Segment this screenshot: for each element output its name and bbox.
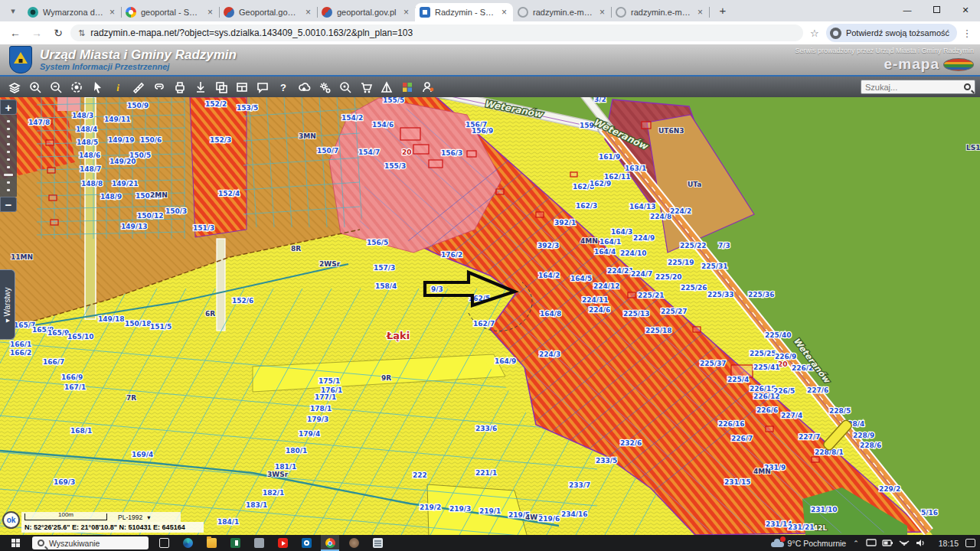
taskbar-app-app-grey[interactable] (250, 535, 268, 551)
minimize-button[interactable]: — (893, 0, 922, 20)
taskbar-app-outlook[interactable] (297, 535, 315, 551)
map-label: 164/8 (540, 310, 561, 318)
ok-button[interactable]: ok (2, 511, 20, 529)
wifi-icon (900, 541, 909, 545)
notification-center-icon[interactable] (965, 539, 975, 547)
tab-favicon (322, 7, 332, 18)
forward-button[interactable]: → (28, 24, 46, 42)
tab-close-icon[interactable]: × (108, 7, 116, 18)
map-label: 177/1 (315, 393, 336, 401)
crs-selector[interactable]: PL-1992▾ (118, 514, 150, 521)
tab-close-icon[interactable]: × (500, 7, 508, 18)
map-label: 169/4 (132, 451, 153, 458)
tray-overflow-chevron[interactable]: ⌃ (853, 540, 859, 547)
tab-favicon (126, 7, 136, 18)
full-extent-icon[interactable] (67, 78, 86, 96)
speaker-icon (916, 540, 921, 546)
tab-list-chevron-icon[interactable]: ▾ (5, 2, 21, 19)
layers-icon[interactable] (5, 78, 24, 96)
map-label: 162/3 (576, 202, 597, 210)
taskbar-app-youtube[interactable] (273, 535, 292, 551)
taskbar-search-box[interactable]: Wyszukiwanie (32, 536, 149, 549)
zoom-out-button[interactable]: − (0, 197, 17, 212)
browser-tab-1[interactable]: Wymarzona działka - Radzymin × (23, 3, 121, 21)
taskbar-app-chrome[interactable] (321, 535, 339, 551)
settings-icon[interactable] (315, 78, 334, 96)
confirm-identity-button[interactable]: Potwierdź swoją tożsamość (826, 24, 957, 42)
layers-panel-tab[interactable]: ▾ Warstwy (0, 269, 15, 340)
tab-close-icon[interactable]: × (206, 7, 214, 18)
panels-icon[interactable] (232, 78, 251, 96)
cart-icon[interactable] (356, 78, 375, 96)
search-edit-icon[interactable] (335, 78, 354, 96)
pyramid-icon[interactable] (377, 78, 396, 96)
taskbar-clock[interactable]: 18:15 (939, 539, 959, 548)
download-icon[interactable] (191, 78, 210, 96)
close-window-button[interactable]: ✕ (951, 0, 980, 20)
map-search-box[interactable] (861, 80, 975, 94)
map-label: 219/6 (538, 515, 560, 523)
zoom-slider[interactable] (0, 115, 17, 197)
map-label: 148/9 (100, 193, 122, 201)
tab-close-icon[interactable]: × (402, 7, 410, 18)
browser-tab-2[interactable]: geoportal - Szukaj w Google × (121, 3, 219, 21)
profile-icon[interactable] (418, 78, 437, 96)
maximize-button[interactable] (922, 0, 951, 20)
bookmark-star-icon[interactable]: ☆ (806, 28, 823, 39)
color-grid-icon[interactable] (397, 78, 416, 96)
pointer-icon[interactable] (87, 78, 106, 96)
reload-button[interactable]: ↻ (49, 24, 67, 42)
tab-close-icon[interactable]: × (304, 7, 312, 18)
tab-close-icon[interactable]: × (696, 7, 704, 18)
zoom-in-button[interactable]: + (0, 99, 17, 115)
browser-tab-5[interactable]: Radzymin - System Informacji Przestrzenn… (415, 3, 513, 21)
taskbar-app-excel[interactable] (226, 535, 244, 551)
weather-widget[interactable]: 9°C Pochmurnie (771, 539, 847, 548)
map-search-input[interactable] (865, 83, 961, 92)
copy-icon[interactable] (211, 78, 230, 96)
tab-favicon (616, 7, 626, 18)
url-field[interactable]: ⇅ radzymin.e-mapa.net/?object=sys.dzialk… (70, 24, 803, 41)
map-label: 158/4 (375, 282, 397, 290)
browser-tab-4[interactable]: geoportal.gov.pl × (317, 3, 415, 21)
tab-favicon (224, 7, 234, 18)
layers-tab-label: ▾ Warstwy (3, 287, 11, 322)
map-label: 150/9 (127, 102, 149, 109)
search-icon (38, 540, 44, 546)
help-icon[interactable]: ? (273, 78, 292, 96)
map-label: 166/7 (43, 358, 64, 366)
browser-tab-3[interactable]: Geoportal.gov.pl – Geoportal Infr × (219, 3, 317, 21)
taskbar-app-gimp[interactable] (345, 535, 363, 551)
search-icon[interactable] (964, 83, 971, 90)
link-icon[interactable] (149, 78, 168, 96)
map-label: 225/40 (765, 331, 792, 339)
chevron-down-icon: ▾ (147, 514, 150, 521)
map-label: 150/12 (137, 212, 164, 220)
new-tab-button[interactable]: + (714, 2, 732, 20)
map-svg[interactable]: 147/8148/3149/11150/9148/4148/5149/19150… (0, 97, 980, 535)
taskbar-app-task-view[interactable] (155, 535, 173, 551)
map-label: UTa (688, 181, 701, 188)
measure-icon[interactable] (129, 78, 148, 96)
browser-tab-7[interactable]: radzymin.e-mapa.net/?service= × (611, 3, 709, 21)
tab-close-icon[interactable]: × (598, 7, 606, 18)
start-button[interactable] (0, 535, 32, 551)
browser-tab-6[interactable]: radzymin.e-mapa.net/?service= × (513, 3, 611, 21)
taskbar-app-file-explorer[interactable] (202, 535, 220, 551)
map-canvas[interactable]: 147/8148/3149/11150/9148/4148/5149/19150… (0, 97, 980, 535)
info-icon[interactable]: i (108, 78, 127, 96)
cloud-icon[interactable] (294, 78, 313, 96)
print-icon[interactable] (170, 78, 189, 96)
back-button[interactable]: ← (6, 24, 24, 42)
map-label: 3MN (299, 132, 316, 140)
system-tray-icons[interactable] (866, 538, 932, 548)
zoom-out-icon[interactable] (46, 78, 65, 96)
taskbar-app-edge[interactable] (178, 535, 197, 551)
comment-icon[interactable] (253, 78, 272, 96)
map-label: 225/19 (668, 259, 694, 266)
browser-menu-icon[interactable]: ⋮ (960, 28, 974, 39)
map-label: 234/16 (561, 510, 588, 518)
site-settings-icon[interactable]: ⇅ (78, 28, 85, 38)
taskbar-app-notepad[interactable] (368, 535, 387, 551)
zoom-in-icon[interactable] (25, 78, 44, 96)
